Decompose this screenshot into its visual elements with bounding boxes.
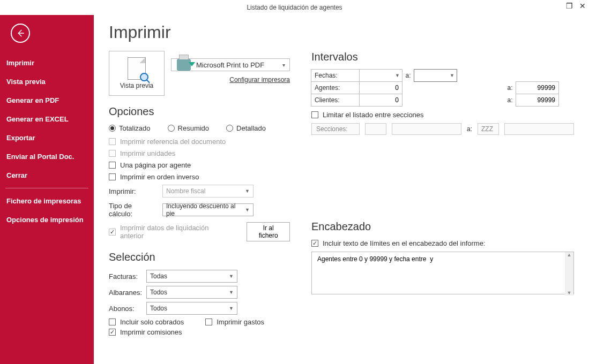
chk-datos-liq <box>109 229 116 236</box>
select-imprimir-value: Nombre fiscal <box>166 187 205 195</box>
printer-icon <box>177 59 191 71</box>
sidebar-item-generar-pdf[interactable]: Generar en PDF <box>0 91 94 110</box>
sidebar-item-enviar-portal[interactable]: Enviar al Portal Doc. <box>0 147 94 166</box>
lbl-tipo-calculo: Tipo de cálculo: <box>109 202 157 218</box>
sidebar-divider <box>5 188 88 188</box>
chk-una-pagina[interactable] <box>109 162 116 169</box>
input-secciones-to-code <box>478 123 499 135</box>
select-tipo-calculo[interactable]: Incluyendo descuento al pie▼ <box>162 203 254 216</box>
radio-detallado[interactable]: Detallado <box>226 124 266 132</box>
page-title: Imprimir <box>109 22 574 42</box>
sidebar-item-fichero-impresoras[interactable]: Fichero de impresoras <box>0 192 94 210</box>
chk-una-pagina-label: Una página por agente <box>120 161 191 169</box>
opciones-title: Opciones <box>109 105 290 118</box>
maximize-icon[interactable]: ❐ <box>566 2 573 10</box>
document-preview-icon <box>128 57 146 80</box>
input-clientes-from[interactable] <box>363 96 399 104</box>
radio-resumido-label: Resumido <box>178 124 210 132</box>
sidebar-item-vista-previa[interactable]: Vista previa <box>0 72 94 91</box>
select-tipo-calculo-value: Incluyendo descuento al pie <box>166 202 241 217</box>
textarea-encabezado[interactable] <box>311 252 574 294</box>
vista-previa-button[interactable]: Vista previa <box>109 51 165 96</box>
chevron-down-icon: ▼ <box>229 274 234 279</box>
back-button[interactable] <box>11 24 30 43</box>
input-secciones-from-code <box>365 123 386 135</box>
chk-imprimir-comisiones[interactable] <box>109 329 116 336</box>
encabezado-title: Encabezado <box>311 221 574 233</box>
input-secciones-from <box>392 123 461 135</box>
sidebar-item-exportar[interactable]: Exportar <box>0 128 94 147</box>
chk-imprimir-unidades <box>109 150 116 157</box>
lbl-a-secciones: a: <box>467 125 472 133</box>
chk-orden-inverso-label: Imprimir en orden inverso <box>120 173 199 181</box>
scrollbar[interactable]: ▲▼ <box>565 252 573 295</box>
select-facturas-value: Todas <box>150 272 167 280</box>
lbl-imprimir: Imprimir: <box>109 187 157 195</box>
chevron-down-icon: ▼ <box>229 290 234 295</box>
chk-imprimir-comisiones-label: Imprimir comisiones <box>120 328 182 336</box>
input-fecha-to[interactable]: ▼ <box>414 69 457 82</box>
input-agentes-to[interactable] <box>519 84 555 92</box>
seleccion-title: Selección <box>109 251 290 263</box>
radio-totalizado[interactable]: Totalizado <box>109 124 151 132</box>
scroll-up-icon[interactable]: ▲ <box>567 252 572 257</box>
chevron-down-icon: ▼ <box>229 306 234 311</box>
lbl-a-clientes: a: <box>504 94 516 107</box>
select-imprimir: Nombre fiscal▼ <box>162 185 254 198</box>
chk-solo-cobrados[interactable] <box>109 318 116 325</box>
chevron-down-icon: ▼ <box>395 73 400 78</box>
lbl-albaranes: Albaranes: <box>109 289 141 297</box>
select-abonos[interactable]: Todos▼ <box>146 302 237 315</box>
chk-imprimir-gastos-label: Imprimir gastos <box>217 318 264 326</box>
window-title: Listado de liquidación de agentes <box>247 4 342 11</box>
spacer <box>402 94 504 107</box>
chevron-down-icon: ▼ <box>450 73 454 78</box>
input-secciones-to <box>504 123 574 135</box>
chk-limitar-secciones-label: Limitar el listado entre secciones <box>323 111 424 119</box>
close-icon[interactable]: ✕ <box>579 2 586 10</box>
chk-orden-inverso[interactable] <box>109 173 116 180</box>
btn-ir-fichero[interactable]: Ir al fichero <box>247 222 290 241</box>
lbl-clientes: Clientes: <box>311 94 360 107</box>
lbl-agentes: Agentes: <box>311 81 360 94</box>
lbl-a-fecha: a: <box>402 69 414 82</box>
chevron-down-icon: ▼ <box>245 207 250 213</box>
input-clientes-to[interactable] <box>519 96 555 104</box>
select-albaranes[interactable]: Todos▼ <box>146 286 237 299</box>
sidebar: Imprimir Vista previa Generar en PDF Gen… <box>0 15 94 364</box>
chk-incluir-texto-limites[interactable] <box>311 240 318 247</box>
input-agentes-from[interactable] <box>363 84 399 92</box>
scroll-down-icon[interactable]: ▼ <box>567 290 572 295</box>
chk-imprimir-ref-label: Imprimir referencia del documento <box>120 138 226 146</box>
lbl-secciones: Secciones: <box>311 123 360 135</box>
chk-imprimir-unidades-label: Imprimir unidades <box>120 149 175 157</box>
sidebar-item-cerrar[interactable]: Cerrar <box>0 166 94 185</box>
sidebar-item-opciones-impresion[interactable]: Opciones de impresión <box>0 210 94 229</box>
radio-resumido[interactable]: Resumido <box>168 124 210 132</box>
lbl-a-agentes: a: <box>504 81 516 94</box>
spacer <box>402 81 504 94</box>
radio-detallado-label: Detallado <box>236 124 266 132</box>
select-facturas[interactable]: Todas▼ <box>146 270 237 283</box>
printer-select[interactable]: Microsoft Print to PDF ▾ <box>171 58 290 71</box>
select-abonos-value: Todos <box>150 305 167 312</box>
chk-limitar-secciones[interactable] <box>311 111 318 118</box>
sidebar-item-generar-excel[interactable]: Generar en EXCEL <box>0 110 94 128</box>
radio-totalizado-label: Totalizado <box>119 124 151 132</box>
sidebar-item-imprimir[interactable]: Imprimir <box>0 54 94 72</box>
lbl-abonos: Abonos: <box>109 305 141 313</box>
lbl-facturas: Facturas: <box>109 272 141 280</box>
chk-datos-liq-label: Imprimir datos de liquidación anterior <box>120 224 233 240</box>
input-fecha-from[interactable]: ▼ <box>359 69 402 82</box>
configurar-impresora-link[interactable]: Configurar impresora <box>229 76 290 84</box>
chk-imprimir-ref <box>109 138 116 145</box>
select-albaranes-value: Todos <box>150 289 167 296</box>
chevron-down-icon: ▼ <box>245 188 250 194</box>
printer-name-label: Microsoft Print to PDF <box>196 61 264 69</box>
intervalos-title: Intervalos <box>311 51 574 63</box>
chk-solo-cobrados-label: Incluir solo cobrados <box>120 318 184 326</box>
titlebar: Listado de liquidación de agentes ❐ ✕ <box>0 0 589 15</box>
vista-previa-label: Vista previa <box>120 82 153 89</box>
chk-imprimir-gastos[interactable] <box>205 318 212 325</box>
chk-incluir-texto-limites-label: Incluir texto de límites en el encabezad… <box>323 239 486 247</box>
